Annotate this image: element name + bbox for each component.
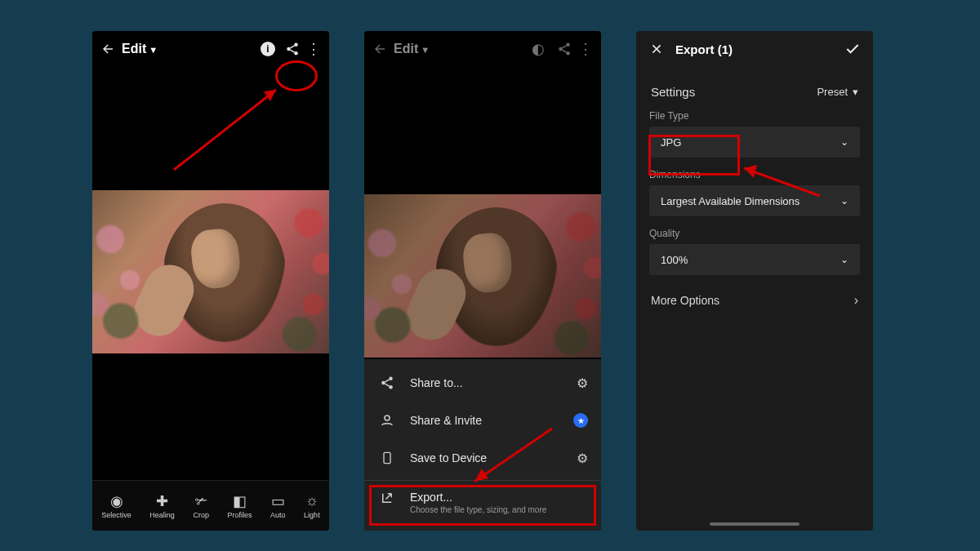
tool-label: Selective [101, 511, 131, 519]
info-icon[interactable]: i [261, 42, 275, 56]
svg-rect-12 [384, 452, 390, 463]
share-icon [377, 375, 397, 390]
edit-toolbar: ◉Selective ✚Healing ✃Crop ◧Profiles ▭Aut… [92, 480, 329, 531]
gear-icon[interactable]: ⚙ [577, 451, 588, 466]
dropdown-value: Largest Available Dimensions [661, 195, 800, 207]
quality-dropdown[interactable]: 100% ⌄ [649, 244, 860, 275]
row-label: Share & Invite [410, 414, 482, 427]
save-device-row[interactable]: Save to Device ⚙ [364, 439, 601, 477]
chevron-down-icon: ▾ [853, 86, 858, 98]
export-desc: Choose the file type, sizing, and more [410, 505, 588, 514]
preview-image[interactable] [92, 190, 329, 353]
dimensions-dropdown[interactable]: Largest Available Dimensions ⌄ [649, 185, 860, 216]
svg-line-3 [174, 90, 276, 170]
share-to-row[interactable]: Share to... ⚙ [364, 364, 601, 402]
svg-point-9 [381, 381, 385, 385]
field-label: Dimensions [649, 169, 860, 180]
preview-image [364, 194, 601, 358]
export-header: Export (1) [675, 42, 733, 56]
file-type-dropdown[interactable]: JPG ⌄ [649, 127, 860, 158]
chevron-down-icon: ⌄ [840, 195, 849, 207]
tool-label: Crop [193, 511, 209, 519]
topbar: Edit ▼ ◐ ⋮ [364, 31, 601, 67]
export-row[interactable]: Export... Choose the file type, sizing, … [364, 484, 601, 522]
back-icon[interactable] [371, 40, 389, 58]
tool-crop[interactable]: ✃Crop [193, 493, 209, 519]
chevron-down-icon: ⌄ [840, 254, 849, 265]
tool-profiles[interactable]: ◧Profiles [227, 493, 252, 519]
file-type-field: File Type JPG ⌄ [636, 110, 873, 158]
svg-point-6 [559, 47, 563, 51]
row-label: Save to Device [410, 451, 487, 464]
topbar: Export (1) [636, 31, 873, 67]
overflow-icon[interactable]: ⋮ [305, 40, 323, 58]
tool-auto[interactable]: ▭Auto [270, 493, 286, 519]
tool-healing[interactable]: ✚Healing [149, 493, 175, 519]
share-icon[interactable] [555, 40, 573, 58]
gear-icon[interactable]: ⚙ [577, 375, 588, 391]
screen-title[interactable]: Edit [122, 42, 146, 56]
field-label: Quality [649, 228, 860, 239]
tool-label: Auto [270, 511, 286, 519]
settings-heading: Settings Preset ▾ [636, 67, 873, 99]
tool-light[interactable]: ☼Light [304, 493, 320, 519]
svg-point-1 [287, 47, 291, 51]
tool-label: Healing [149, 511, 175, 519]
screen-export-settings: Export (1) Settings Preset ▾ File Type J… [636, 31, 873, 531]
chevron-right-icon: › [854, 293, 858, 308]
star-badge-icon: ★ [573, 413, 588, 428]
title-dropdown-icon[interactable]: ▼ [149, 45, 158, 55]
chevron-down-icon: ⌄ [840, 136, 849, 148]
settings-label: Settings [651, 85, 695, 99]
svg-point-5 [566, 43, 570, 47]
svg-point-7 [566, 51, 570, 56]
svg-marker-4 [264, 90, 276, 101]
dropdown-value: 100% [661, 254, 688, 266]
annotation-arrow-share [166, 80, 296, 178]
svg-point-8 [389, 377, 393, 381]
svg-point-10 [389, 385, 393, 389]
share-icon[interactable] [283, 40, 301, 58]
screen-share-sheet: Edit ▼ ◐ ⋮ Share to... ⚙ Share & Invite … [364, 31, 601, 531]
overflow-icon[interactable]: ⋮ [577, 40, 595, 58]
svg-point-0 [294, 43, 298, 47]
topbar: Edit ▼ i ⋮ [92, 31, 329, 67]
back-icon[interactable] [99, 40, 117, 58]
dimensions-field: Dimensions Largest Available Dimensions … [636, 169, 873, 216]
share-invite-row[interactable]: Share & Invite ★ [364, 402, 601, 439]
export-icon [377, 491, 397, 505]
preset-label: Preset [817, 86, 848, 98]
people-icon [377, 413, 397, 428]
info-icon[interactable]: ◐ [529, 40, 547, 58]
home-indicator [710, 522, 800, 526]
quality-field: Quality 100% ⌄ [636, 228, 873, 275]
svg-point-2 [294, 51, 298, 56]
export-title: Export... [410, 491, 588, 504]
device-icon [377, 451, 397, 465]
row-label: Share to... [410, 376, 463, 389]
close-icon[interactable] [648, 40, 666, 58]
svg-point-11 [385, 415, 390, 420]
tool-label: Profiles [227, 511, 252, 519]
share-sheet: Share to... ⚙ Share & Invite ★ Save to D… [364, 359, 601, 531]
more-options-row[interactable]: More Options › [636, 275, 873, 326]
screen-edit: Edit ▼ i ⋮ ◉Selective ✚Healing ✃Crop ◧Pr… [92, 31, 329, 531]
screen-title[interactable]: Edit [394, 42, 418, 56]
dropdown-value: JPG [661, 136, 681, 149]
confirm-icon[interactable] [844, 40, 862, 58]
title-dropdown-icon[interactable]: ▼ [421, 45, 430, 55]
tool-label: Light [304, 511, 320, 519]
preset-button[interactable]: Preset ▾ [817, 86, 858, 98]
more-options-label: More Options [651, 294, 719, 307]
field-label: File Type [649, 110, 860, 122]
tool-selective[interactable]: ◉Selective [101, 493, 131, 519]
